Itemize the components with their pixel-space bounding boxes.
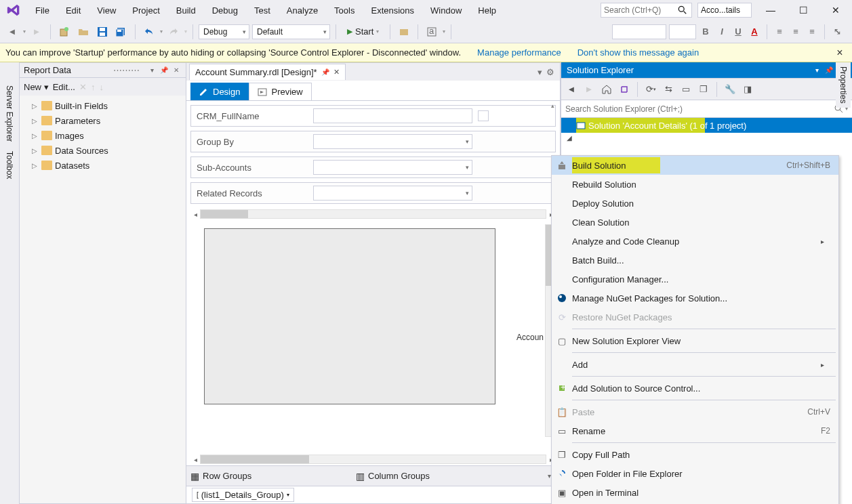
ctx-deploy-solution[interactable]: Deploy Solution	[552, 194, 838, 213]
toolbar-icon-2[interactable]: a	[424, 24, 440, 40]
ctx-batch-build[interactable]: Batch Build...	[552, 251, 838, 270]
solution-root-node[interactable]: Solution 'Account Details' (1 of 1 proje…	[561, 118, 852, 133]
bold-icon[interactable]: B	[699, 25, 712, 39]
ctx-build-solution[interactable]: Build Solution Ctrl+Shift+B	[552, 156, 838, 175]
manage-performance-link[interactable]: Manage performance	[477, 47, 561, 58]
font-color-icon[interactable]: A	[748, 25, 761, 39]
properties-tab[interactable]: Properties	[836, 62, 851, 108]
platform-dropdown[interactable]: Default	[252, 24, 330, 39]
toolbox-tab[interactable]: Toolbox	[2, 147, 17, 183]
search-icon[interactable]	[677, 3, 689, 17]
rd-new-button[interactable]: New ▾	[24, 82, 49, 92]
tab-overflow-icon[interactable]: ▾	[537, 67, 542, 77]
maximize-button[interactable]: ☐	[790, 2, 817, 18]
menu-window[interactable]: Window	[422, 3, 470, 18]
se-forward-icon[interactable]: ►	[582, 82, 596, 97]
menu-analyze[interactable]: Analyze	[279, 3, 326, 18]
se-dropdown-icon[interactable]: ▾	[811, 65, 822, 76]
tree-node-datasets[interactable]: ▷Datasets	[20, 158, 186, 173]
italic-icon[interactable]: I	[715, 25, 729, 39]
se-home-icon[interactable]	[599, 82, 614, 97]
save-all-icon[interactable]	[113, 24, 129, 40]
start-button[interactable]: ▶ Start ▾	[342, 24, 384, 40]
tree-node-images[interactable]: ▷Images	[20, 128, 186, 143]
rd-down-icon[interactable]: ↓	[99, 82, 104, 92]
config-dropdown[interactable]: Debug	[199, 24, 249, 39]
se-pin-icon[interactable]: 📌	[824, 65, 834, 76]
minimize-button[interactable]: —	[757, 2, 784, 18]
infobar-close-icon[interactable]: ×	[833, 47, 847, 59]
rd-edit-button[interactable]: Edit...	[53, 82, 75, 92]
menu-build[interactable]: Build	[168, 3, 204, 18]
param-input-subaccounts[interactable]	[313, 160, 472, 175]
ctx-manage-nuget[interactable]: Manage NuGet Packages for Solution...	[552, 289, 838, 308]
panel-dropdown-icon[interactable]: ▾	[146, 65, 157, 76]
se-back-icon[interactable]: ◄	[564, 82, 579, 97]
doc-pin-icon[interactable]: 📌	[321, 68, 329, 76]
se-expand-icon[interactable]: ◢	[567, 134, 572, 142]
se-sync-icon[interactable]	[617, 82, 632, 97]
param-input-groupby[interactable]	[313, 134, 472, 149]
document-tab[interactable]: Account Summary.rdl [Design]* 📌 ✕	[189, 64, 346, 80]
font-combo[interactable]	[612, 24, 666, 39]
rd-delete-icon[interactable]: ✕	[79, 82, 87, 92]
se-refresh-icon[interactable]: ⟳▾	[643, 82, 658, 97]
design-tab[interactable]: Design	[190, 83, 249, 100]
preview-tab[interactable]: Preview	[249, 83, 311, 100]
param-chk[interactable]	[478, 110, 489, 121]
params-hscroll[interactable]: ◂▸	[186, 208, 560, 220]
undo-icon[interactable]	[141, 24, 157, 40]
menu-help[interactable]: Help	[470, 3, 504, 18]
menu-file[interactable]: File	[27, 3, 58, 18]
param-scroll-up-icon[interactable]: ▴	[548, 102, 557, 112]
se-search-input[interactable]	[565, 104, 834, 114]
ctx-open-terminal[interactable]: ▣Open in Terminal	[552, 483, 838, 502]
ctx-add[interactable]: Add▸	[552, 355, 838, 374]
canvas-hscroll[interactable]: ◂▸	[186, 453, 560, 465]
tree-node-parameters[interactable]: ▷Parameters	[20, 113, 186, 128]
ctx-open-folder[interactable]: Open Folder in File Explorer	[552, 464, 838, 483]
account-button[interactable]: Acco...tails	[697, 3, 752, 18]
save-icon[interactable]	[94, 24, 110, 40]
se-preview-icon[interactable]: ◨	[740, 82, 755, 97]
menu-test[interactable]: Test	[246, 3, 279, 18]
toolbar-last-icon[interactable]: ⤡	[830, 25, 844, 39]
se-properties-icon[interactable]: 🔧	[723, 82, 737, 97]
align-left-icon[interactable]: ≡	[773, 25, 786, 39]
ctx-analyze-cleanup[interactable]: Analyze and Code Cleanup▸	[552, 232, 838, 251]
size-combo[interactable]	[669, 24, 696, 39]
ctx-rebuild-solution[interactable]: Rebuild Solution	[552, 175, 838, 194]
menu-view[interactable]: View	[89, 3, 124, 18]
report-canvas[interactable]	[204, 228, 495, 404]
param-input-related[interactable]	[313, 186, 472, 201]
ctx-copy-path[interactable]: ❐Copy Full Path	[552, 445, 838, 464]
ctx-clean-solution[interactable]: Clean Solution	[552, 213, 838, 232]
quick-search-input[interactable]	[604, 5, 677, 15]
menu-debug[interactable]: Debug	[204, 3, 246, 18]
param-input-fullname[interactable]	[313, 108, 472, 123]
ctx-config-manager[interactable]: Configuration Manager...	[552, 270, 838, 289]
close-button[interactable]: ✕	[822, 2, 849, 18]
align-center-icon[interactable]: ≡	[789, 25, 803, 39]
menu-edit[interactable]: Edit	[58, 3, 89, 18]
ctx-new-se-view[interactable]: ▢New Solution Explorer View	[552, 331, 838, 350]
ctx-rename[interactable]: ▭RenameF2	[552, 421, 838, 440]
dont-show-link[interactable]: Don't show this message again	[577, 47, 699, 58]
menu-project[interactable]: Project	[124, 3, 167, 18]
tree-node-datasources[interactable]: ▷Data Sources	[20, 143, 186, 158]
menu-tools[interactable]: Tools	[326, 3, 363, 18]
se-collapse-icon[interactable]: ⇆	[661, 82, 676, 97]
se-copy-icon[interactable]: ❐	[696, 82, 711, 97]
group-item[interactable]: [ (list1_Details_Group) ▾	[192, 488, 294, 502]
underline-icon[interactable]: U	[731, 25, 745, 39]
new-project-icon[interactable]	[56, 24, 73, 40]
server-explorer-tab[interactable]: Server Explorer	[2, 81, 17, 146]
menu-extensions[interactable]: Extensions	[363, 3, 422, 18]
open-icon[interactable]	[75, 24, 92, 40]
nav-forward-icon[interactable]: ►	[28, 24, 45, 40]
tree-node-builtin[interactable]: ▷Built-in Fields	[20, 98, 186, 113]
rd-up-icon[interactable]: ↑	[91, 82, 96, 92]
redo-icon[interactable]	[165, 24, 182, 40]
quick-search[interactable]	[601, 3, 692, 18]
panel-close-icon[interactable]: ✕	[171, 65, 182, 76]
